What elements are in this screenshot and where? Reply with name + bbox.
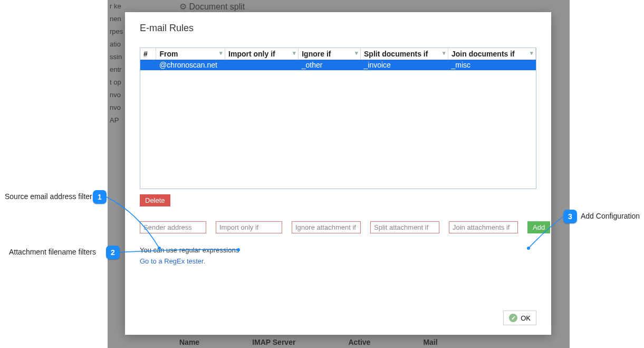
delete-button[interactable]: Delete bbox=[140, 194, 170, 206]
col-import-only-if[interactable]: Import only if▾ bbox=[225, 48, 299, 60]
cell-split-if: _invoice bbox=[361, 60, 448, 70]
callout-2-bubble: 2 bbox=[106, 246, 120, 259]
sort-icon[interactable]: ▾ bbox=[219, 50, 223, 56]
col-split-if[interactable]: Split documents if▾ bbox=[361, 48, 448, 60]
callout-2-label: Attachment filename filters bbox=[9, 248, 96, 256]
cell-ignore-if: _other bbox=[299, 60, 361, 70]
table-row[interactable]: @chronoscan.net _other _invoice _misc bbox=[140, 60, 536, 70]
regex-note: You can use regular expressions bbox=[140, 246, 536, 254]
ignore-attachment-input[interactable] bbox=[292, 221, 361, 233]
import-only-if-input[interactable] bbox=[216, 221, 282, 233]
add-button[interactable]: Add bbox=[527, 221, 550, 233]
callout-1-bubble: 1 bbox=[93, 190, 107, 204]
dialog-title: E-mail Rules bbox=[140, 23, 536, 34]
sort-icon[interactable]: ▾ bbox=[355, 50, 358, 56]
regex-tester-link[interactable]: Go to a RegEx tester. bbox=[140, 257, 536, 265]
cell-join-if: _misc bbox=[448, 60, 535, 70]
cell-import-only-if bbox=[225, 60, 299, 70]
callout-3-label: Add Configuration bbox=[581, 212, 640, 220]
ok-label: OK bbox=[521, 314, 531, 322]
col-join-if[interactable]: Join documents if▾ bbox=[448, 48, 535, 60]
email-rules-dialog: E-mail Rules # From▾ Import only if▾ Ign… bbox=[125, 12, 551, 335]
join-attachments-input[interactable] bbox=[449, 221, 518, 233]
callout-3-bubble: 3 bbox=[563, 210, 577, 223]
cell-number bbox=[140, 60, 156, 70]
grid-header-row: # From▾ Import only if▾ Ignore if▾ Split… bbox=[140, 48, 536, 60]
sort-icon[interactable]: ▾ bbox=[530, 50, 533, 56]
cell-from: @chronoscan.net bbox=[156, 60, 225, 70]
ok-button[interactable]: ✓ OK bbox=[503, 311, 536, 325]
sort-icon[interactable]: ▾ bbox=[293, 50, 296, 56]
check-icon: ✓ bbox=[509, 314, 517, 322]
col-from[interactable]: From▾ bbox=[156, 48, 225, 60]
sort-icon[interactable]: ▾ bbox=[443, 50, 446, 56]
add-rule-row: Add bbox=[140, 221, 536, 233]
col-number[interactable]: # bbox=[140, 48, 156, 60]
sender-address-input[interactable] bbox=[140, 221, 206, 233]
split-attachment-input[interactable] bbox=[370, 221, 439, 233]
col-ignore-if[interactable]: Ignore if▾ bbox=[299, 48, 361, 60]
callout-1-label: Source email address filter bbox=[5, 192, 92, 201]
rules-grid[interactable]: # From▾ Import only if▾ Ignore if▾ Split… bbox=[140, 48, 536, 189]
